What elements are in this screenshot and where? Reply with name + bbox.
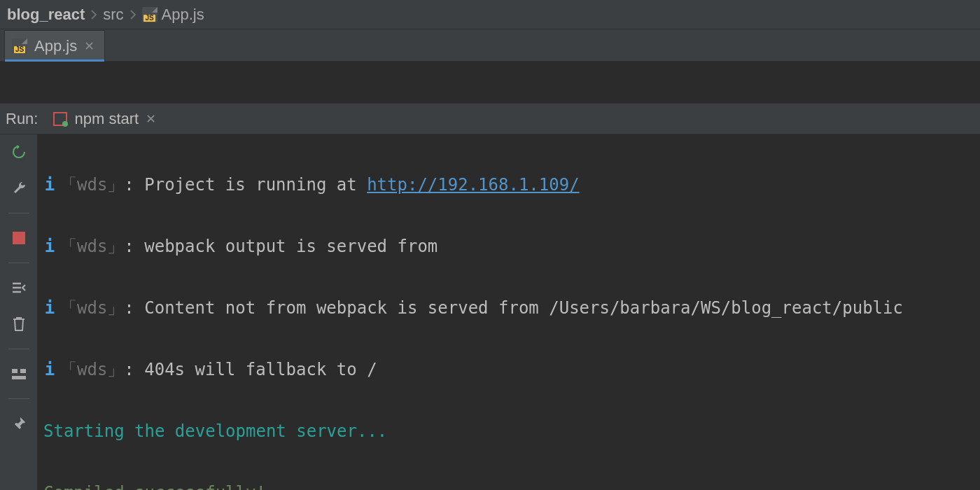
breadcrumb-file-label: App.js	[162, 6, 204, 24]
info-icon: i	[43, 354, 56, 385]
toolbar-separator	[8, 349, 29, 349]
run-tab[interactable]: npm start ✕	[48, 107, 162, 131]
run-toolwindow-body: i「wds」: Project is running at http://192…	[0, 134, 980, 490]
soft-wrap-button[interactable]	[5, 362, 33, 386]
run-toolwindow-header: Run: npm start ✕	[0, 104, 980, 134]
chevron-right-icon	[130, 6, 136, 24]
stop-button[interactable]	[5, 226, 33, 250]
editor-area[interactable]	[0, 62, 980, 104]
trash-button[interactable]	[5, 312, 33, 336]
console-link[interactable]: http://192.168.1.109/	[367, 175, 579, 195]
stop-icon	[13, 232, 25, 244]
toolbar-separator	[8, 398, 29, 399]
breadcrumb-folder-label: src	[103, 6, 123, 24]
console-output[interactable]: i「wds」: Project is running at http://192…	[38, 134, 980, 490]
info-icon: i	[43, 169, 56, 200]
breadcrumb-item-file[interactable]: JS App.js	[142, 6, 204, 24]
console-line: i「wds」: Project is running at http://192…	[43, 169, 980, 200]
toolbar-separator	[8, 213, 29, 214]
run-toolbar	[0, 134, 38, 490]
breadcrumb-item-folder[interactable]: src	[103, 6, 123, 24]
layout-button[interactable]	[5, 276, 33, 300]
svg-rect-2	[12, 376, 26, 379]
editor-tabstrip: JS App.js ✕	[0, 29, 980, 62]
js-file-icon: JS	[12, 38, 27, 54]
rerun-button[interactable]	[5, 140, 33, 164]
editor-tab[interactable]: JS App.js ✕	[4, 30, 105, 61]
console-line: Starting the development server...	[43, 416, 980, 447]
settings-button[interactable]	[5, 176, 33, 200]
info-icon: i	[43, 231, 56, 262]
toolbar-separator	[8, 262, 29, 263]
editor-tab-label: App.js	[34, 37, 77, 55]
close-icon[interactable]: ✕	[146, 111, 156, 127]
breadcrumb: blog_react src JS App.js	[0, 0, 980, 29]
chevron-right-icon	[90, 6, 97, 24]
run-label: Run:	[6, 110, 38, 128]
breadcrumb-item-project[interactable]: blog_react	[7, 6, 85, 24]
js-file-icon: JS	[142, 7, 158, 22]
svg-rect-1	[20, 369, 26, 373]
npm-run-icon	[53, 112, 67, 126]
run-tab-label: npm start	[74, 110, 139, 128]
console-line: i「wds」: Content not from webpack is serv…	[43, 293, 980, 323]
svg-rect-0	[12, 369, 18, 373]
console-line: i「wds」: 404s will fallback to /	[43, 354, 980, 385]
close-icon[interactable]: ✕	[84, 38, 94, 54]
console-line: i「wds」: webpack output is served from	[43, 231, 980, 262]
console-line: Compiled successfully!	[43, 477, 980, 490]
pin-button[interactable]	[5, 412, 33, 435]
info-icon: i	[43, 293, 56, 323]
breadcrumb-project-label: blog_react	[7, 6, 85, 24]
